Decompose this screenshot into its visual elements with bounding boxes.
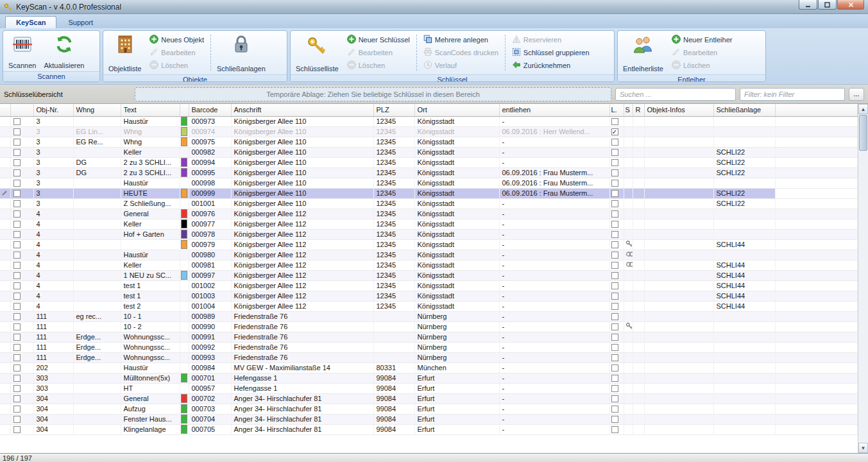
lent-checkbox[interactable]: [611, 200, 618, 207]
lent-checkbox[interactable]: [611, 303, 618, 310]
mehrere-anlegen-button[interactable]: Mehrere anlegen: [420, 33, 502, 46]
cell-lent[interactable]: [609, 239, 624, 250]
lent-checkbox[interactable]: [611, 375, 618, 382]
cell-lent[interactable]: [609, 270, 624, 280]
lent-checkbox[interactable]: [611, 395, 618, 402]
table-row[interactable]: 4Keller000981Königsberger Allee 11212345…: [0, 260, 858, 270]
lent-checkbox[interactable]: [611, 364, 618, 372]
aktualisieren-button[interactable]: Aktualisieren: [40, 31, 88, 71]
table-row[interactable]: 4General000976Königsberger Allee 1121234…: [0, 209, 858, 219]
col-r[interactable]: R: [633, 104, 644, 116]
row-select-cell[interactable]: [10, 363, 33, 373]
table-row[interactable]: 3Haustür000973Königsberger Allee 1101234…: [0, 116, 858, 126]
col-s[interactable]: S: [624, 104, 633, 116]
col-schliessanlage[interactable]: Schließanlage: [713, 104, 775, 116]
lent-checkbox[interactable]: [611, 139, 618, 146]
cell-lent[interactable]: [609, 209, 624, 219]
table-row[interactable]: 11110 - 2000990Friedenstraße 76Nürnberg-: [0, 321, 858, 332]
lent-checkbox[interactable]: [611, 190, 618, 197]
table-row[interactable]: 303HT000957Hefengasse 199084Erfurt-: [0, 383, 858, 393]
table-row[interactable]: 3EG Lin...Whng000974Königsberger Allee 1…: [0, 126, 858, 137]
table-row[interactable]: 3DG2 zu 3 SCHLI...000994Königsberger All…: [0, 157, 858, 167]
scannen-button[interactable]: Scannen: [4, 31, 40, 71]
cell-lent[interactable]: [609, 280, 624, 291]
cell-lent[interactable]: [609, 250, 624, 260]
row-checkbox[interactable]: [13, 426, 21, 433]
row-checkbox[interactable]: [13, 416, 21, 423]
table-row[interactable]: 3HEUTE000999Königsberger Allee 11012345K…: [0, 188, 858, 198]
row-checkbox[interactable]: [13, 323, 21, 330]
lent-checkbox[interactable]: [611, 272, 618, 279]
row-select-cell[interactable]: [10, 198, 33, 209]
table-row[interactable]: 304Aufzug000703Anger 34- Hirschlachufer …: [0, 404, 858, 414]
cell-lent[interactable]: ✓: [609, 126, 624, 137]
table-row[interactable]: 3Z Schließung...001001Königsberger Allee…: [0, 198, 858, 209]
row-select-cell[interactable]: [10, 178, 33, 188]
col-entliehen[interactable]: entliehen: [499, 104, 609, 116]
tab-support[interactable]: Support: [58, 17, 103, 28]
table-row[interactable]: 41 NEU zu SC...000997Königsberger Allee …: [0, 270, 858, 280]
row-checkbox[interactable]: [13, 210, 21, 218]
maximize-button[interactable]: [818, 0, 837, 10]
col-objekt-infos[interactable]: Objekt-Infos: [644, 104, 713, 116]
zuruecknehmen-button[interactable]: Zurücknehmen: [509, 59, 593, 72]
cell-lent[interactable]: [609, 424, 624, 434]
row-select-cell[interactable]: [10, 301, 33, 311]
row-checkbox[interactable]: [13, 354, 21, 361]
table-row[interactable]: 3Keller000982Königsberger Allee 11012345…: [0, 147, 858, 157]
more-options-button[interactable]: ...: [849, 88, 864, 101]
cell-lent[interactable]: [609, 260, 624, 270]
cell-lent[interactable]: [609, 229, 624, 239]
row-checkbox[interactable]: [13, 190, 21, 197]
table-row[interactable]: 4Haustür000980Königsberger Allee 1121234…: [0, 250, 858, 260]
col-anschrift[interactable]: Anschrift: [231, 104, 373, 116]
cell-lent[interactable]: [609, 291, 624, 301]
schluesselliste-button[interactable]: Schlüsselliste: [292, 31, 343, 74]
row-select-cell[interactable]: [10, 291, 33, 301]
lent-checkbox[interactable]: [611, 180, 618, 187]
lent-checkbox[interactable]: [611, 252, 618, 259]
row-select-cell[interactable]: [10, 219, 33, 229]
lent-checkbox[interactable]: [611, 293, 618, 300]
row-checkbox[interactable]: [13, 406, 21, 413]
lent-checkbox[interactable]: [611, 241, 618, 248]
lent-checkbox[interactable]: [611, 334, 618, 341]
row-select-cell[interactable]: [10, 116, 33, 126]
row-select-cell[interactable]: [10, 229, 33, 239]
neuer-entleiher-button[interactable]: Neuer Entleiher: [668, 33, 735, 46]
cell-lent[interactable]: [609, 342, 624, 352]
row-checkbox[interactable]: [13, 221, 21, 228]
cell-lent[interactable]: [609, 137, 624, 147]
entleiherliste-button[interactable]: Entleiherliste: [619, 31, 667, 74]
lent-checkbox[interactable]: [611, 426, 618, 433]
lent-checkbox[interactable]: [611, 282, 618, 289]
table-row[interactable]: 111eg rec...10 - 1000989Friedenstraße 76…: [0, 311, 858, 321]
row-select-cell[interactable]: [10, 250, 33, 260]
cell-lent[interactable]: [609, 147, 624, 157]
row-select-cell[interactable]: [10, 126, 33, 137]
row-checkbox[interactable]: [13, 375, 21, 382]
lent-checkbox[interactable]: [611, 344, 618, 351]
tab-keyscan[interactable]: KeyScan: [5, 16, 56, 28]
cell-lent[interactable]: [609, 383, 624, 393]
row-checkbox[interactable]: [13, 282, 21, 289]
table-row[interactable]: 4000979Königsberger Allee 11212345Königs…: [0, 239, 858, 250]
scrollbar-track[interactable]: [858, 151, 868, 443]
row-checkbox[interactable]: [13, 231, 21, 238]
row-checkbox[interactable]: [13, 385, 21, 392]
row-select-cell[interactable]: [10, 342, 33, 352]
table-row[interactable]: 3DG2 zu 3 SCHLI...000995Königsberger All…: [0, 167, 858, 178]
row-select-cell[interactable]: [10, 157, 33, 167]
scrollbar-thumb[interactable]: [859, 115, 867, 151]
cell-lent[interactable]: [609, 414, 624, 424]
table-row[interactable]: 304Fenster Haus...000704Anger 34- Hirsch…: [0, 414, 858, 424]
row-select-cell[interactable]: [10, 424, 33, 434]
row-checkbox[interactable]: [13, 272, 21, 279]
vertical-scrollbar[interactable]: ▲ ▼: [858, 104, 868, 453]
cell-lent[interactable]: [609, 116, 624, 126]
row-checkbox[interactable]: [13, 180, 21, 187]
lent-checkbox[interactable]: [611, 169, 618, 176]
table-row[interactable]: 111Erdge...Wohnungssc...000992Friedenstr…: [0, 342, 858, 352]
cell-lent[interactable]: [609, 157, 624, 167]
row-select-cell[interactable]: [10, 311, 33, 321]
